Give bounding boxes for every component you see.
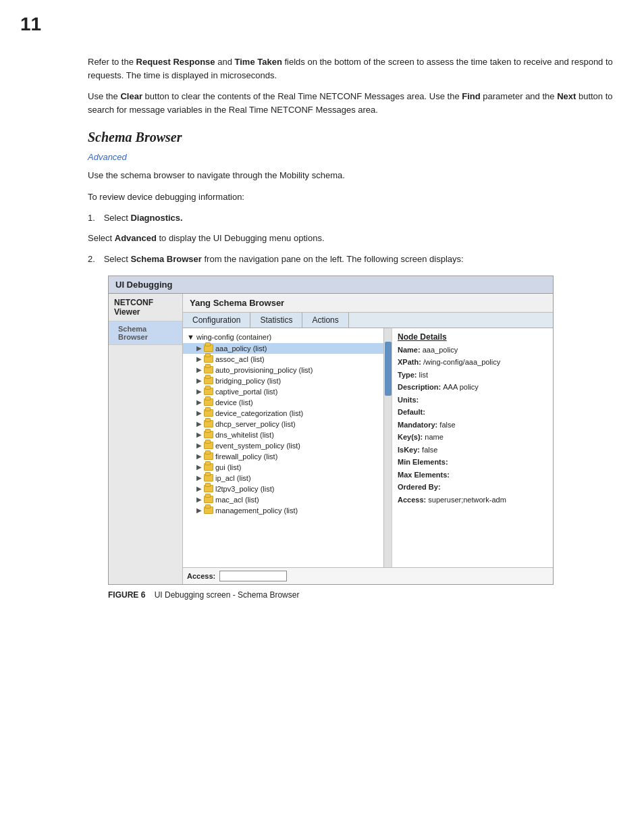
screenshot-body: NETCONF Viewer Schema Browser Yang Schem… [109, 294, 553, 584]
folder-icon [204, 474, 213, 481]
figure-label: FIGURE 6 [108, 590, 145, 600]
tree-item-auto-prov[interactable]: ▶ auto_provisioning_policy (list) [183, 365, 392, 375]
tree-item-bridging[interactable]: ▶ bridging_policy (list) [183, 375, 392, 386]
tree-item-mac-acl[interactable]: ▶ mac_acl (list) [183, 494, 392, 505]
tree-scrollbar[interactable] [383, 328, 392, 567]
tree-arrow-icon: ▶ [196, 474, 202, 481]
folder-icon [204, 388, 213, 395]
tree-item-captive[interactable]: ▶ captive_portal (list) [183, 386, 392, 397]
page-number: 11 [20, 14, 624, 35]
tree-item-device-cat[interactable]: ▶ device_categorization (list) [183, 408, 392, 419]
detail-type: Type: list [398, 369, 547, 381]
tree-item-aaa-policy[interactable]: ▶ aaa_policy (list) [183, 343, 392, 354]
folder-icon [204, 344, 213, 352]
detail-ordered-by: Ordered By: [398, 481, 547, 493]
tree-root: ▼ wing-config (container) [183, 331, 392, 343]
tree-item-device[interactable]: ▶ device (list) [183, 397, 392, 408]
tree-item-dhcp[interactable]: ▶ dhcp_server_policy (list) [183, 419, 392, 429]
folder-icon [204, 485, 213, 492]
detail-default: Default: [398, 407, 547, 418]
scrollbar-thumb [385, 342, 392, 396]
screenshot-titlebar: UI Debugging [109, 276, 553, 294]
node-details-title: Node Details [398, 332, 547, 342]
folder-icon [204, 355, 213, 363]
sidebar-item-netconf[interactable]: NETCONF Viewer [109, 294, 182, 321]
review-para: To review device debugging information: [88, 190, 614, 204]
paragraph-1: Refer to the Request Response and Time T… [88, 55, 614, 82]
tree-arrow-icon: ▶ [196, 398, 202, 406]
folder-icon [204, 409, 213, 417]
tree-arrow-icon: ▶ [196, 496, 202, 503]
node-details-panel: Node Details Name: aaa_policy XPath: /wi… [392, 328, 553, 567]
folder-icon [204, 398, 213, 406]
folder-icon [204, 463, 213, 471]
next-bold: Next [557, 91, 576, 101]
folder-icon [204, 496, 213, 503]
desc-para: Use the schema browser to navigate throu… [88, 169, 614, 182]
tree-arrow-icon: ▶ [196, 431, 202, 438]
figure-caption: FIGURE 6 UI Debugging screen - Schema Br… [108, 590, 614, 600]
folder-icon [204, 442, 213, 449]
tree-item-gui[interactable]: ▶ gui (list) [183, 462, 392, 473]
figure-caption-text: UI Debugging screen - Schema Browser [155, 590, 300, 600]
detail-keys: Key(s): name [398, 432, 547, 443]
sidebar-item-schema-browser[interactable]: Schema Browser [109, 321, 182, 345]
step-1: 1. Select Diagnostics. [88, 211, 614, 225]
folder-icon [204, 377, 213, 384]
tabs-bar: Configuration Statistics Actions [183, 313, 553, 328]
tab-configuration[interactable]: Configuration [183, 313, 250, 328]
tree-arrow-icon: ▶ [196, 506, 202, 514]
tree-arrow-icon: ▶ [196, 366, 202, 373]
tree-panel: ▼ wing-config (container) ▶ aaa_policy (… [183, 328, 392, 567]
folder-icon [204, 506, 213, 514]
tree-arrow-icon: ▶ [196, 442, 202, 449]
tree-item-assoc-acl[interactable]: ▶ assoc_acl (list) [183, 354, 392, 365]
tree-item-event[interactable]: ▶ event_system_policy (list) [183, 440, 392, 451]
tree-arrow-icon: ▶ [196, 355, 202, 363]
section-title: Schema Browser [88, 130, 614, 145]
paragraph-2: Use the Clear button to clear the conten… [88, 90, 614, 116]
schema-browser-bold: Schema Browser [130, 254, 202, 264]
tree-arrow-icon: ▶ [196, 388, 202, 395]
folder-icon [204, 366, 213, 373]
tree-arrow-icon: ▶ [196, 409, 202, 417]
tree-arrow-icon: ▶ [196, 452, 202, 460]
step-2-text: Select Advanced to display the UI Debugg… [88, 232, 614, 245]
screenshot-sidebar: NETCONF Viewer Schema Browser [109, 294, 183, 584]
advanced-bold: Advanced [115, 233, 157, 243]
yang-schema-title: Yang Schema Browser [183, 294, 553, 313]
tree-item-firewall[interactable]: ▶ firewall_policy (list) [183, 451, 392, 462]
detail-mandatory: Mandatory: false [398, 419, 547, 431]
detail-description: Description: AAA policy [398, 382, 547, 393]
clear-bold: Clear [120, 91, 142, 101]
access-label: Access: [187, 572, 215, 580]
tab-statistics[interactable]: Statistics [250, 313, 302, 328]
find-bold: Find [462, 91, 480, 101]
detail-access: Access: superuser;network-adm [398, 494, 547, 506]
folder-icon [204, 420, 213, 427]
tree-item-dns[interactable]: ▶ dns_whitelist (list) [183, 429, 392, 440]
tree-arrow-icon: ▶ [196, 463, 202, 471]
request-response-bold: Request Response [136, 57, 215, 67]
tree-panel-inner: ▼ wing-config (container) ▶ aaa_policy (… [183, 328, 392, 519]
tree-arrow-icon: ▶ [196, 377, 202, 384]
folder-icon [204, 452, 213, 460]
tree-arrow-icon: ▶ [196, 420, 202, 427]
tree-arrow-icon: ▶ [196, 344, 202, 352]
access-input[interactable] [219, 571, 287, 581]
tab-actions[interactable]: Actions [302, 313, 348, 328]
tree-item-ip-acl[interactable]: ▶ ip_acl (list) [183, 473, 392, 484]
screenshot-container: UI Debugging NETCONF Viewer Schema Brows… [108, 276, 554, 585]
time-taken-bold: Time Taken [235, 57, 282, 67]
tree-arrow-icon: ▶ [196, 485, 202, 492]
tree-item-mgmt[interactable]: ▶ management_policy (list) [183, 505, 392, 516]
tree-item-l2tp[interactable]: ▶ l2tpv3_policy (list) [183, 484, 392, 494]
detail-xpath: XPath: /wing-config/aaa_policy [398, 357, 547, 368]
folder-icon [204, 431, 213, 438]
subsection-title: Advanced [88, 152, 614, 162]
step-3: 2. Select Schema Browser from the naviga… [88, 253, 614, 266]
detail-max-elements: Max Elements: [398, 469, 547, 481]
browser-main: ▼ wing-config (container) ▶ aaa_policy (… [183, 328, 553, 567]
detail-name: Name: aaa_policy [398, 344, 547, 356]
access-bar: Access: [183, 567, 553, 584]
